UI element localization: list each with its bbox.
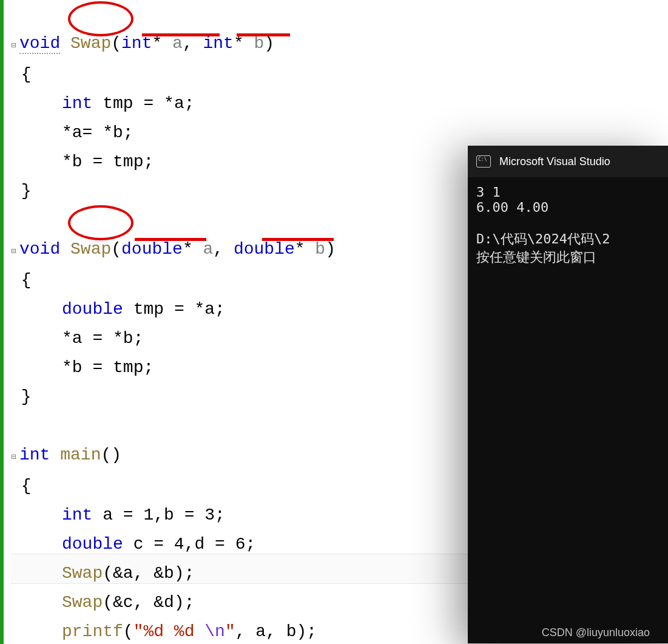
type-double: double: [62, 300, 123, 319]
args: (&c, &d);: [103, 593, 194, 612]
output-line: 3 1: [476, 185, 501, 200]
function-name-swap: Swap: [70, 240, 111, 259]
type-double: double: [234, 240, 295, 259]
call-swap: Swap: [62, 564, 103, 583]
type-int: int: [121, 34, 152, 53]
output-line: D:\代码\2024代码\2: [476, 231, 610, 246]
debug-console-window[interactable]: Microsoft Visual Studio 3 1 6.00 4.00 D:…: [468, 146, 668, 643]
param-b: b: [315, 240, 325, 259]
stmt: c = 4,d = 6;: [133, 535, 256, 554]
type-int: int: [19, 446, 50, 464]
stmt: *b = tmp;: [62, 358, 154, 377]
type-double: double: [62, 535, 123, 554]
string: "%d %d: [133, 622, 205, 641]
call-swap: Swap: [62, 593, 103, 612]
modification-bar: [0, 0, 4, 644]
param-a: a: [172, 34, 183, 53]
output-line: 6.00 4.00: [476, 200, 548, 215]
stmt: *b = tmp;: [62, 152, 154, 171]
console-icon: [476, 155, 491, 168]
stmt: *a = *b;: [62, 329, 143, 348]
type-int: int: [203, 34, 234, 53]
code-content[interactable]: ⊟void Swap(int* a, int* b) { int tmp = *…: [11, 0, 357, 644]
fold-icon[interactable]: ⊟: [11, 31, 19, 60]
var-tmp: tmp: [103, 94, 133, 113]
stmt: a = 1,b = 3;: [103, 506, 225, 524]
function-name-swap: Swap: [70, 34, 111, 53]
param-a: a: [203, 240, 214, 259]
watermark: CSDN @liuyunluoxiao: [542, 626, 650, 639]
keyword-void: void: [19, 240, 60, 259]
type-double: double: [121, 240, 183, 259]
stmt: *a= *b;: [62, 123, 133, 142]
console-titlebar[interactable]: Microsoft Visual Studio: [468, 146, 668, 177]
fold-icon[interactable]: ⊟: [11, 237, 19, 266]
console-title: Microsoft Visual Studio: [499, 155, 610, 168]
output-line: 按任意键关闭此窗口: [476, 249, 596, 265]
type-int: int: [62, 94, 92, 113]
escape: \n: [204, 622, 225, 641]
args: (&a, &b);: [103, 564, 194, 583]
function-name-main: main: [60, 446, 101, 464]
string-end: ": [225, 622, 235, 641]
rest: , a, b);: [235, 622, 317, 641]
expr: *a;: [164, 94, 194, 113]
type-int: int: [62, 506, 92, 524]
console-output[interactable]: 3 1 6.00 4.00 D:\代码\2024代码\2 按任意键关闭此窗口: [468, 177, 668, 274]
keyword-void: void: [19, 34, 60, 54]
fold-icon[interactable]: ⊟: [11, 442, 19, 472]
param-b: b: [254, 34, 265, 53]
var-tmp: tmp: [133, 300, 164, 319]
call-printf: printf: [62, 622, 123, 641]
expr: *a;: [195, 300, 225, 319]
